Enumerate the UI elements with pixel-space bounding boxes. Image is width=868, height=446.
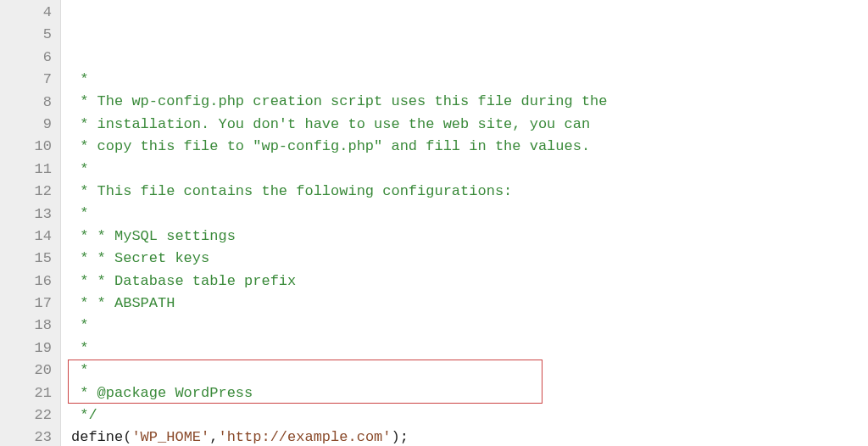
line-number: 20 <box>0 360 52 382</box>
code-line[interactable]: * <box>71 69 668 91</box>
line-number: 9 <box>0 114 52 136</box>
code-line[interactable]: * * MySQL settings <box>71 226 668 248</box>
line-number: 15 <box>0 248 52 270</box>
line-number: 11 <box>0 159 52 181</box>
code-line[interactable]: * @package WordPress <box>71 382 668 404</box>
line-number: 21 <box>0 382 52 404</box>
token-comment: * @package WordPress <box>71 385 253 401</box>
code-line[interactable]: define('WP_HOME','http://example.com'); <box>71 426 668 446</box>
token-comment: * This file contains the following confi… <box>71 183 512 199</box>
line-number: 17 <box>0 293 52 315</box>
token-paren: , <box>209 429 218 445</box>
code-line[interactable]: * <box>71 337 668 360</box>
code-line[interactable]: * * ABSPATH <box>71 293 668 315</box>
token-comment: * copy this file to "wp-config.php" and … <box>71 138 590 154</box>
token-func: define <box>71 429 123 445</box>
code-line[interactable]: * <box>71 203 668 225</box>
token-comment: * * Database table prefix <box>71 273 296 289</box>
code-line[interactable]: * <box>71 315 668 337</box>
line-number: 5 <box>0 24 52 46</box>
line-number: 8 <box>0 92 52 114</box>
token-paren: ( <box>123 429 131 445</box>
token-comment: * * ABSPATH <box>71 295 175 311</box>
code-line[interactable]: * * Secret keys <box>71 248 668 270</box>
line-number: 7 <box>0 69 52 91</box>
code-editor: 4567891011121314151617181920212223 * * T… <box>0 0 868 446</box>
line-number: 6 <box>0 47 52 69</box>
line-number: 23 <box>0 426 52 446</box>
token-string: 'http://example.com' <box>218 429 391 445</box>
line-number: 13 <box>0 203 52 226</box>
token-comment: * <box>71 340 88 356</box>
token-comment: * <box>71 161 88 177</box>
token-comment: * * MySQL settings <box>71 228 236 244</box>
token-comment: * <box>71 205 88 221</box>
token-paren: ); <box>392 429 409 445</box>
line-number-gutter: 4567891011121314151617181920212223 <box>0 0 61 446</box>
code-line[interactable]: * copy this file to "wp-config.php" and … <box>71 136 668 158</box>
code-area[interactable]: * * The wp-config.php creation script us… <box>61 0 668 446</box>
token-comment: * <box>71 71 88 87</box>
token-comment: * * Secret keys <box>71 250 209 266</box>
token-comment: * installation. You don't have to use th… <box>71 116 590 132</box>
token-comment: * The wp-config.php creation script uses… <box>71 93 608 109</box>
line-number: 22 <box>0 404 52 426</box>
code-line[interactable]: * installation. You don't have to use th… <box>71 114 668 136</box>
token-comment: * <box>71 317 88 333</box>
line-number: 18 <box>0 315 52 337</box>
code-line[interactable]: * This file contains the following confi… <box>71 181 668 203</box>
code-line[interactable]: * The wp-config.php creation script uses… <box>71 91 668 113</box>
line-number: 4 <box>0 2 52 24</box>
line-number: 19 <box>0 337 52 360</box>
line-number: 16 <box>0 270 52 293</box>
line-number: 14 <box>0 226 52 248</box>
token-comment: * <box>71 362 88 378</box>
line-number: 10 <box>0 136 52 158</box>
code-line[interactable]: * * Database table prefix <box>71 270 668 293</box>
token-string: 'WP_HOME' <box>131 429 209 445</box>
token-comment: */ <box>71 407 97 423</box>
code-line[interactable]: */ <box>71 404 668 426</box>
code-line[interactable]: * <box>71 159 668 181</box>
line-number: 12 <box>0 181 52 203</box>
code-line[interactable]: * <box>71 360 668 382</box>
